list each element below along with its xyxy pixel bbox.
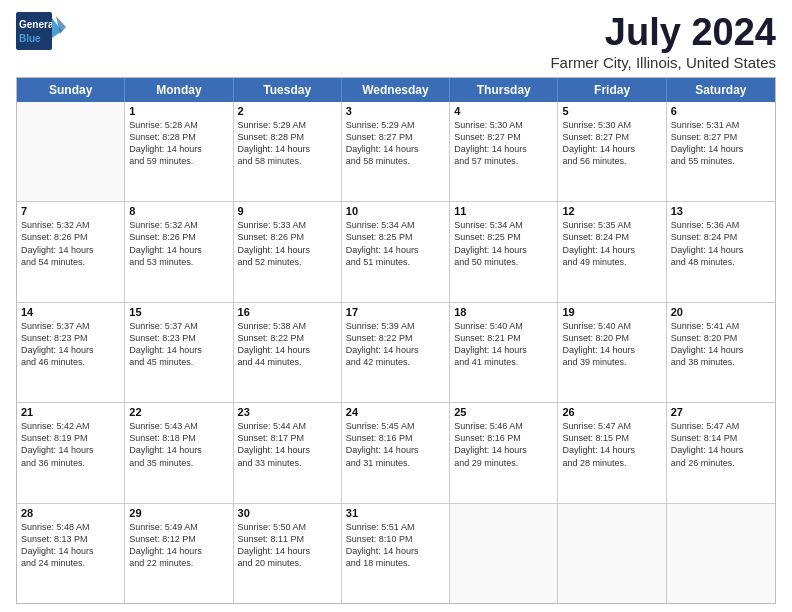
daylight-text: Daylight: 14 hours bbox=[346, 444, 445, 456]
sunset-text: Sunset: 8:13 PM bbox=[21, 533, 120, 545]
sunset-text: Sunset: 8:23 PM bbox=[129, 332, 228, 344]
daylight-extra: and 59 minutes. bbox=[129, 155, 228, 167]
calendar-cell: 20 Sunrise: 5:41 AM Sunset: 8:20 PM Dayl… bbox=[667, 303, 775, 402]
daylight-extra: and 58 minutes. bbox=[346, 155, 445, 167]
day-number: 23 bbox=[238, 406, 337, 418]
daylight-text: Daylight: 14 hours bbox=[454, 143, 553, 155]
day-number: 4 bbox=[454, 105, 553, 117]
sunrise-text: Sunrise: 5:39 AM bbox=[346, 320, 445, 332]
calendar-cell: 30 Sunrise: 5:50 AM Sunset: 8:11 PM Dayl… bbox=[234, 504, 342, 603]
day-number: 22 bbox=[129, 406, 228, 418]
daylight-extra: and 22 minutes. bbox=[129, 557, 228, 569]
daylight-text: Daylight: 14 hours bbox=[454, 444, 553, 456]
calendar: SundayMondayTuesdayWednesdayThursdayFrid… bbox=[16, 77, 776, 604]
sunset-text: Sunset: 8:27 PM bbox=[671, 131, 771, 143]
daylight-text: Daylight: 14 hours bbox=[129, 244, 228, 256]
calendar-cell: 14 Sunrise: 5:37 AM Sunset: 8:23 PM Dayl… bbox=[17, 303, 125, 402]
daylight-text: Daylight: 14 hours bbox=[454, 344, 553, 356]
daylight-extra: and 18 minutes. bbox=[346, 557, 445, 569]
day-number: 21 bbox=[21, 406, 120, 418]
calendar-cell: 10 Sunrise: 5:34 AM Sunset: 8:25 PM Dayl… bbox=[342, 202, 450, 301]
day-number: 27 bbox=[671, 406, 771, 418]
calendar-day-header: Thursday bbox=[450, 78, 558, 102]
calendar-cell: 26 Sunrise: 5:47 AM Sunset: 8:15 PM Dayl… bbox=[558, 403, 666, 502]
day-number: 9 bbox=[238, 205, 337, 217]
sunset-text: Sunset: 8:24 PM bbox=[671, 231, 771, 243]
sunrise-text: Sunrise: 5:29 AM bbox=[238, 119, 337, 131]
sunset-text: Sunset: 8:27 PM bbox=[562, 131, 661, 143]
day-number: 17 bbox=[346, 306, 445, 318]
sunset-text: Sunset: 8:19 PM bbox=[21, 432, 120, 444]
sunrise-text: Sunrise: 5:37 AM bbox=[129, 320, 228, 332]
day-number: 6 bbox=[671, 105, 771, 117]
daylight-text: Daylight: 14 hours bbox=[238, 244, 337, 256]
sunrise-text: Sunrise: 5:41 AM bbox=[671, 320, 771, 332]
daylight-text: Daylight: 14 hours bbox=[238, 143, 337, 155]
daylight-extra: and 45 minutes. bbox=[129, 356, 228, 368]
sunrise-text: Sunrise: 5:47 AM bbox=[562, 420, 661, 432]
daylight-extra: and 41 minutes. bbox=[454, 356, 553, 368]
sunset-text: Sunset: 8:27 PM bbox=[346, 131, 445, 143]
calendar-cell bbox=[558, 504, 666, 603]
calendar-cell: 31 Sunrise: 5:51 AM Sunset: 8:10 PM Dayl… bbox=[342, 504, 450, 603]
sunrise-text: Sunrise: 5:36 AM bbox=[671, 219, 771, 231]
day-number: 15 bbox=[129, 306, 228, 318]
calendar-day-header: Monday bbox=[125, 78, 233, 102]
sunset-text: Sunset: 8:17 PM bbox=[238, 432, 337, 444]
sunrise-text: Sunrise: 5:47 AM bbox=[671, 420, 771, 432]
daylight-text: Daylight: 14 hours bbox=[21, 545, 120, 557]
sunrise-text: Sunrise: 5:46 AM bbox=[454, 420, 553, 432]
calendar-cell: 3 Sunrise: 5:29 AM Sunset: 8:27 PM Dayli… bbox=[342, 102, 450, 201]
sunrise-text: Sunrise: 5:50 AM bbox=[238, 521, 337, 533]
title-block: July 2024 Farmer City, Illinois, United … bbox=[550, 12, 776, 71]
daylight-extra: and 26 minutes. bbox=[671, 457, 771, 469]
daylight-extra: and 55 minutes. bbox=[671, 155, 771, 167]
sunset-text: Sunset: 8:12 PM bbox=[129, 533, 228, 545]
day-number: 12 bbox=[562, 205, 661, 217]
daylight-extra: and 39 minutes. bbox=[562, 356, 661, 368]
daylight-text: Daylight: 14 hours bbox=[129, 344, 228, 356]
day-number: 13 bbox=[671, 205, 771, 217]
calendar-cell: 21 Sunrise: 5:42 AM Sunset: 8:19 PM Dayl… bbox=[17, 403, 125, 502]
sunrise-text: Sunrise: 5:45 AM bbox=[346, 420, 445, 432]
daylight-text: Daylight: 14 hours bbox=[671, 444, 771, 456]
day-number: 19 bbox=[562, 306, 661, 318]
daylight-text: Daylight: 14 hours bbox=[129, 143, 228, 155]
sunrise-text: Sunrise: 5:40 AM bbox=[454, 320, 553, 332]
day-number: 20 bbox=[671, 306, 771, 318]
day-number: 1 bbox=[129, 105, 228, 117]
daylight-text: Daylight: 14 hours bbox=[238, 444, 337, 456]
calendar-cell: 2 Sunrise: 5:29 AM Sunset: 8:28 PM Dayli… bbox=[234, 102, 342, 201]
day-number: 5 bbox=[562, 105, 661, 117]
sunset-text: Sunset: 8:25 PM bbox=[454, 231, 553, 243]
daylight-extra: and 24 minutes. bbox=[21, 557, 120, 569]
sunset-text: Sunset: 8:28 PM bbox=[129, 131, 228, 143]
sunrise-text: Sunrise: 5:31 AM bbox=[671, 119, 771, 131]
sunset-text: Sunset: 8:28 PM bbox=[238, 131, 337, 143]
sunset-text: Sunset: 8:27 PM bbox=[454, 131, 553, 143]
calendar-body: 1 Sunrise: 5:28 AM Sunset: 8:28 PM Dayli… bbox=[17, 102, 775, 603]
calendar-day-header: Sunday bbox=[17, 78, 125, 102]
daylight-text: Daylight: 14 hours bbox=[238, 344, 337, 356]
daylight-extra: and 38 minutes. bbox=[671, 356, 771, 368]
sunset-text: Sunset: 8:16 PM bbox=[454, 432, 553, 444]
sunrise-text: Sunrise: 5:30 AM bbox=[454, 119, 553, 131]
header: General Blue July 2024 Farmer City, Illi… bbox=[16, 12, 776, 71]
sunset-text: Sunset: 8:26 PM bbox=[238, 231, 337, 243]
calendar-week-row: 1 Sunrise: 5:28 AM Sunset: 8:28 PM Dayli… bbox=[17, 102, 775, 202]
calendar-cell: 11 Sunrise: 5:34 AM Sunset: 8:25 PM Dayl… bbox=[450, 202, 558, 301]
daylight-extra: and 50 minutes. bbox=[454, 256, 553, 268]
calendar-cell: 1 Sunrise: 5:28 AM Sunset: 8:28 PM Dayli… bbox=[125, 102, 233, 201]
calendar-cell: 25 Sunrise: 5:46 AM Sunset: 8:16 PM Dayl… bbox=[450, 403, 558, 502]
calendar-cell: 8 Sunrise: 5:32 AM Sunset: 8:26 PM Dayli… bbox=[125, 202, 233, 301]
daylight-text: Daylight: 14 hours bbox=[129, 545, 228, 557]
calendar-cell: 4 Sunrise: 5:30 AM Sunset: 8:27 PM Dayli… bbox=[450, 102, 558, 201]
daylight-text: Daylight: 14 hours bbox=[562, 344, 661, 356]
daylight-text: Daylight: 14 hours bbox=[671, 344, 771, 356]
daylight-text: Daylight: 14 hours bbox=[671, 244, 771, 256]
day-number: 10 bbox=[346, 205, 445, 217]
sunrise-text: Sunrise: 5:42 AM bbox=[21, 420, 120, 432]
sunset-text: Sunset: 8:23 PM bbox=[21, 332, 120, 344]
sunrise-text: Sunrise: 5:38 AM bbox=[238, 320, 337, 332]
calendar-day-header: Wednesday bbox=[342, 78, 450, 102]
